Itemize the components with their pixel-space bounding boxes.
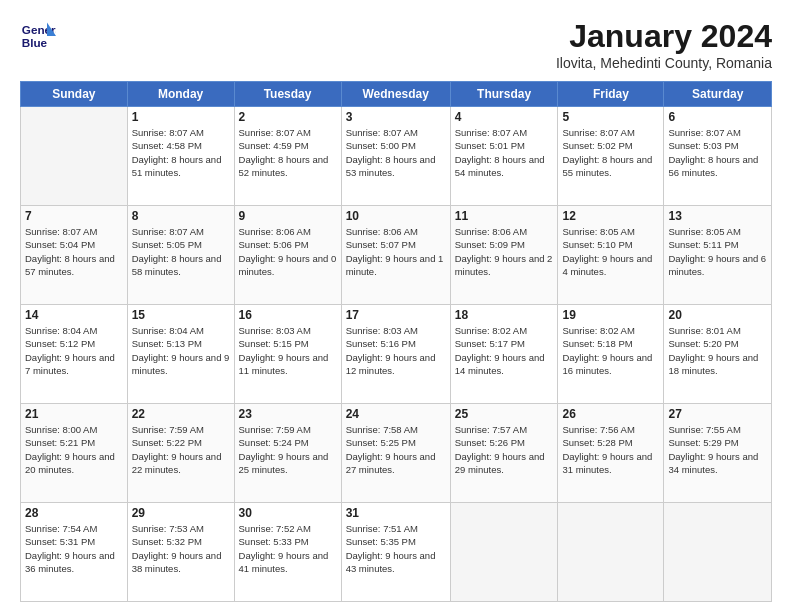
- day-info: Sunrise: 7:59 AMSunset: 5:22 PMDaylight:…: [132, 423, 230, 476]
- week-row: 14Sunrise: 8:04 AMSunset: 5:12 PMDayligh…: [21, 305, 772, 404]
- calendar-cell: 4Sunrise: 8:07 AMSunset: 5:01 PMDaylight…: [450, 107, 558, 206]
- subtitle: Ilovita, Mehedinti County, Romania: [556, 55, 772, 71]
- day-info: Sunrise: 8:01 AMSunset: 5:20 PMDaylight:…: [668, 324, 767, 377]
- day-info: Sunrise: 8:07 AMSunset: 5:03 PMDaylight:…: [668, 126, 767, 179]
- day-number: 30: [239, 506, 337, 520]
- day-info: Sunrise: 7:59 AMSunset: 5:24 PMDaylight:…: [239, 423, 337, 476]
- day-number: 27: [668, 407, 767, 421]
- day-info: Sunrise: 7:57 AMSunset: 5:26 PMDaylight:…: [455, 423, 554, 476]
- calendar-cell: 1Sunrise: 8:07 AMSunset: 4:58 PMDaylight…: [127, 107, 234, 206]
- main-title: January 2024: [556, 18, 772, 55]
- day-number: 8: [132, 209, 230, 223]
- day-number: 20: [668, 308, 767, 322]
- day-info: Sunrise: 8:00 AMSunset: 5:21 PMDaylight:…: [25, 423, 123, 476]
- calendar-cell: 16Sunrise: 8:03 AMSunset: 5:15 PMDayligh…: [234, 305, 341, 404]
- day-number: 5: [562, 110, 659, 124]
- calendar-cell: 30Sunrise: 7:52 AMSunset: 5:33 PMDayligh…: [234, 503, 341, 602]
- day-info: Sunrise: 8:07 AMSunset: 5:05 PMDaylight:…: [132, 225, 230, 278]
- calendar-cell: 15Sunrise: 8:04 AMSunset: 5:13 PMDayligh…: [127, 305, 234, 404]
- calendar-cell: 5Sunrise: 8:07 AMSunset: 5:02 PMDaylight…: [558, 107, 664, 206]
- day-info: Sunrise: 7:55 AMSunset: 5:29 PMDaylight:…: [668, 423, 767, 476]
- calendar-cell: 18Sunrise: 8:02 AMSunset: 5:17 PMDayligh…: [450, 305, 558, 404]
- header: General Blue January 2024 Ilovita, Mehed…: [20, 18, 772, 71]
- day-info: Sunrise: 8:06 AMSunset: 5:06 PMDaylight:…: [239, 225, 337, 278]
- weekday-header: Monday: [127, 82, 234, 107]
- calendar-cell: 8Sunrise: 8:07 AMSunset: 5:05 PMDaylight…: [127, 206, 234, 305]
- calendar-table: SundayMondayTuesdayWednesdayThursdayFrid…: [20, 81, 772, 602]
- week-row: 7Sunrise: 8:07 AMSunset: 5:04 PMDaylight…: [21, 206, 772, 305]
- day-number: 21: [25, 407, 123, 421]
- day-info: Sunrise: 8:07 AMSunset: 5:04 PMDaylight:…: [25, 225, 123, 278]
- day-number: 19: [562, 308, 659, 322]
- day-info: Sunrise: 8:06 AMSunset: 5:09 PMDaylight:…: [455, 225, 554, 278]
- day-info: Sunrise: 8:02 AMSunset: 5:17 PMDaylight:…: [455, 324, 554, 377]
- day-number: 17: [346, 308, 446, 322]
- day-number: 11: [455, 209, 554, 223]
- calendar-cell: 13Sunrise: 8:05 AMSunset: 5:11 PMDayligh…: [664, 206, 772, 305]
- week-row: 21Sunrise: 8:00 AMSunset: 5:21 PMDayligh…: [21, 404, 772, 503]
- day-info: Sunrise: 7:52 AMSunset: 5:33 PMDaylight:…: [239, 522, 337, 575]
- calendar-cell: 14Sunrise: 8:04 AMSunset: 5:12 PMDayligh…: [21, 305, 128, 404]
- day-info: Sunrise: 7:51 AMSunset: 5:35 PMDaylight:…: [346, 522, 446, 575]
- day-number: 7: [25, 209, 123, 223]
- weekday-header: Sunday: [21, 82, 128, 107]
- day-info: Sunrise: 8:07 AMSunset: 5:01 PMDaylight:…: [455, 126, 554, 179]
- day-info: Sunrise: 8:02 AMSunset: 5:18 PMDaylight:…: [562, 324, 659, 377]
- calendar-cell: [558, 503, 664, 602]
- calendar-cell: 26Sunrise: 7:56 AMSunset: 5:28 PMDayligh…: [558, 404, 664, 503]
- calendar-cell: 19Sunrise: 8:02 AMSunset: 5:18 PMDayligh…: [558, 305, 664, 404]
- calendar-cell: 11Sunrise: 8:06 AMSunset: 5:09 PMDayligh…: [450, 206, 558, 305]
- day-info: Sunrise: 8:07 AMSunset: 5:00 PMDaylight:…: [346, 126, 446, 179]
- logo-icon: General Blue: [20, 18, 56, 54]
- calendar-cell: [664, 503, 772, 602]
- day-number: 9: [239, 209, 337, 223]
- calendar-cell: 3Sunrise: 8:07 AMSunset: 5:00 PMDaylight…: [341, 107, 450, 206]
- day-number: 6: [668, 110, 767, 124]
- day-info: Sunrise: 7:54 AMSunset: 5:31 PMDaylight:…: [25, 522, 123, 575]
- calendar-cell: 20Sunrise: 8:01 AMSunset: 5:20 PMDayligh…: [664, 305, 772, 404]
- calendar-cell: 22Sunrise: 7:59 AMSunset: 5:22 PMDayligh…: [127, 404, 234, 503]
- day-number: 25: [455, 407, 554, 421]
- day-info: Sunrise: 7:53 AMSunset: 5:32 PMDaylight:…: [132, 522, 230, 575]
- day-info: Sunrise: 8:05 AMSunset: 5:11 PMDaylight:…: [668, 225, 767, 278]
- day-number: 1: [132, 110, 230, 124]
- calendar-cell: 21Sunrise: 8:00 AMSunset: 5:21 PMDayligh…: [21, 404, 128, 503]
- week-row: 1Sunrise: 8:07 AMSunset: 4:58 PMDaylight…: [21, 107, 772, 206]
- calendar-cell: 7Sunrise: 8:07 AMSunset: 5:04 PMDaylight…: [21, 206, 128, 305]
- day-info: Sunrise: 8:07 AMSunset: 4:59 PMDaylight:…: [239, 126, 337, 179]
- day-number: 14: [25, 308, 123, 322]
- day-info: Sunrise: 8:07 AMSunset: 4:58 PMDaylight:…: [132, 126, 230, 179]
- calendar-cell: [450, 503, 558, 602]
- day-number: 29: [132, 506, 230, 520]
- day-number: 3: [346, 110, 446, 124]
- calendar-cell: 28Sunrise: 7:54 AMSunset: 5:31 PMDayligh…: [21, 503, 128, 602]
- day-info: Sunrise: 7:56 AMSunset: 5:28 PMDaylight:…: [562, 423, 659, 476]
- title-block: January 2024 Ilovita, Mehedinti County, …: [556, 18, 772, 71]
- calendar-cell: 23Sunrise: 7:59 AMSunset: 5:24 PMDayligh…: [234, 404, 341, 503]
- calendar-cell: 17Sunrise: 8:03 AMSunset: 5:16 PMDayligh…: [341, 305, 450, 404]
- weekday-header: Saturday: [664, 82, 772, 107]
- weekday-header-row: SundayMondayTuesdayWednesdayThursdayFrid…: [21, 82, 772, 107]
- day-info: Sunrise: 8:06 AMSunset: 5:07 PMDaylight:…: [346, 225, 446, 278]
- day-info: Sunrise: 8:05 AMSunset: 5:10 PMDaylight:…: [562, 225, 659, 278]
- day-number: 12: [562, 209, 659, 223]
- day-number: 4: [455, 110, 554, 124]
- day-number: 2: [239, 110, 337, 124]
- day-info: Sunrise: 8:03 AMSunset: 5:16 PMDaylight:…: [346, 324, 446, 377]
- calendar-cell: 29Sunrise: 7:53 AMSunset: 5:32 PMDayligh…: [127, 503, 234, 602]
- day-number: 26: [562, 407, 659, 421]
- calendar-cell: 2Sunrise: 8:07 AMSunset: 4:59 PMDaylight…: [234, 107, 341, 206]
- page: General Blue January 2024 Ilovita, Mehed…: [0, 0, 792, 612]
- day-number: 28: [25, 506, 123, 520]
- weekday-header: Tuesday: [234, 82, 341, 107]
- calendar-cell: 9Sunrise: 8:06 AMSunset: 5:06 PMDaylight…: [234, 206, 341, 305]
- calendar-cell: [21, 107, 128, 206]
- weekday-header: Friday: [558, 82, 664, 107]
- day-number: 15: [132, 308, 230, 322]
- calendar-cell: 25Sunrise: 7:57 AMSunset: 5:26 PMDayligh…: [450, 404, 558, 503]
- calendar-cell: 27Sunrise: 7:55 AMSunset: 5:29 PMDayligh…: [664, 404, 772, 503]
- calendar-cell: 24Sunrise: 7:58 AMSunset: 5:25 PMDayligh…: [341, 404, 450, 503]
- calendar-cell: 12Sunrise: 8:05 AMSunset: 5:10 PMDayligh…: [558, 206, 664, 305]
- logo: General Blue: [20, 18, 56, 54]
- weekday-header: Thursday: [450, 82, 558, 107]
